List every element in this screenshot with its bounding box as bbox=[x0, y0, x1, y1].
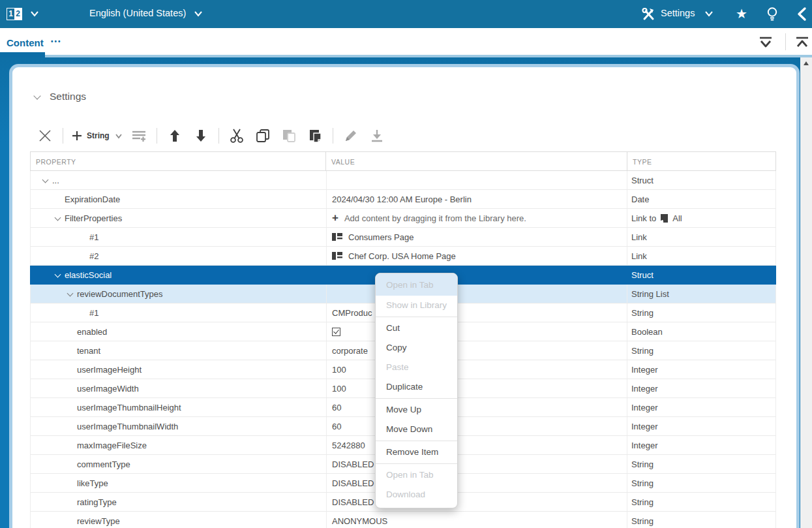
value-cell bbox=[326, 322, 627, 341]
type-cell: Struct bbox=[627, 171, 775, 189]
type-text: String bbox=[631, 497, 654, 507]
property-name: FilterProperties bbox=[65, 213, 122, 223]
value-text: CMProduc bbox=[332, 308, 372, 318]
table-row[interactable]: #1Consumers PageLink bbox=[30, 228, 776, 247]
expand-all-icon[interactable] bbox=[757, 35, 775, 50]
type-text: Date bbox=[631, 194, 649, 204]
menu-item-move-up[interactable]: Move Up bbox=[376, 400, 457, 420]
language-chevron-down-icon[interactable] bbox=[194, 9, 203, 18]
property-name: ExpirationDate bbox=[65, 194, 120, 204]
copy-icon[interactable] bbox=[253, 126, 273, 146]
type-text: Integer bbox=[631, 365, 657, 375]
type-text: Boolean bbox=[631, 327, 663, 337]
type-text: Struct bbox=[631, 270, 654, 280]
scroll-up-arrow-icon[interactable] bbox=[804, 61, 809, 65]
menu-item-copy[interactable]: Copy bbox=[376, 338, 457, 358]
type-cell: String bbox=[627, 493, 775, 511]
edit-icon bbox=[341, 126, 361, 146]
tree-expander-chevron-icon[interactable] bbox=[53, 209, 65, 228]
vertical-scrollbar[interactable] bbox=[800, 57, 812, 528]
table-row[interactable]: FilterProperties+Add content by dragging… bbox=[30, 209, 776, 228]
cut-icon[interactable] bbox=[227, 126, 247, 146]
logo-chevron-down-icon[interactable] bbox=[30, 9, 39, 18]
tree-indent-spacer bbox=[66, 322, 77, 341]
active-tab-underline bbox=[0, 52, 45, 57]
add-property-button[interactable]: String bbox=[71, 126, 123, 146]
settings-chevron-down-icon[interactable] bbox=[704, 9, 714, 18]
type-cell: Link bbox=[627, 228, 775, 246]
tree-indent-spacer bbox=[78, 247, 89, 266]
type-text: Struct bbox=[631, 176, 654, 185]
drop-zone-placeholder: Add content by dragging it from the Libr… bbox=[344, 213, 526, 223]
plus-icon: + bbox=[332, 213, 338, 223]
value-cell: 2024/04/30 12:00 AM Europe - Berlin bbox=[326, 190, 627, 208]
move-up-icon[interactable] bbox=[165, 126, 185, 146]
table-row[interactable]: ...Struct bbox=[30, 171, 776, 190]
language-selector[interactable]: English (United States) bbox=[89, 8, 186, 18]
collapse-left-chevron-icon[interactable] bbox=[794, 6, 810, 22]
type-suffix-text: All bbox=[672, 213, 682, 223]
remove-icon[interactable] bbox=[35, 126, 55, 146]
paste-all-icon[interactable] bbox=[305, 126, 325, 146]
property-name: userImageThumbnailWidth bbox=[77, 422, 178, 431]
value-cell: +Add content by dragging it from the Lib… bbox=[326, 209, 627, 227]
menu-separator bbox=[376, 398, 457, 399]
table-row[interactable]: reviewTypeANONYMOUSString bbox=[30, 512, 776, 528]
section-header[interactable]: Settings bbox=[34, 91, 86, 102]
app-logo[interactable]: 1 2 bbox=[7, 8, 22, 20]
tree-expander-chevron-icon[interactable] bbox=[53, 266, 65, 285]
table-row[interactable]: #2Chef Corp. USA Home PageLink bbox=[30, 247, 776, 266]
move-down-icon[interactable] bbox=[191, 126, 211, 146]
toolbar-divider bbox=[333, 128, 333, 144]
property-name: enabled bbox=[77, 327, 107, 337]
property-name: elasticSocial bbox=[65, 270, 112, 280]
tab-overflow-menu[interactable]: ••• bbox=[51, 38, 62, 45]
menu-item-duplicate[interactable]: Duplicate bbox=[376, 377, 457, 397]
type-cell: String bbox=[627, 341, 775, 360]
value-text: 60 bbox=[332, 422, 341, 431]
type-text: String bbox=[631, 346, 654, 356]
tree-expander-chevron-icon[interactable] bbox=[66, 285, 77, 303]
value-cell: DISABLED bbox=[326, 455, 627, 473]
tools-icon[interactable] bbox=[640, 6, 657, 22]
column-header-type[interactable]: TYPE bbox=[627, 152, 775, 170]
help-lightbulb-icon[interactable] bbox=[764, 6, 780, 22]
type-cell: String bbox=[627, 474, 775, 492]
favorites-star-icon[interactable]: ★ bbox=[736, 5, 747, 22]
tree-expander-chevron-icon[interactable] bbox=[41, 171, 52, 190]
tree-indent-spacer bbox=[53, 190, 65, 209]
type-cell: Date bbox=[627, 190, 775, 208]
type-text: Integer bbox=[631, 384, 657, 394]
content-type-doc-icon bbox=[661, 214, 668, 223]
linked-content-name[interactable]: Chef Corp. USA Home Page bbox=[348, 251, 456, 261]
context-menu: Open in TabShow in LibraryCutCopyPasteDu… bbox=[375, 273, 458, 508]
table-row[interactable]: ExpirationDate2024/04/30 12:00 AM Europe… bbox=[30, 190, 776, 209]
type-text: Link bbox=[631, 251, 647, 261]
type-text: Integer bbox=[631, 441, 657, 450]
section-collapse-chevron-icon[interactable] bbox=[34, 93, 40, 100]
menu-item-move-down[interactable]: Move Down bbox=[376, 420, 457, 439]
menu-item-cut[interactable]: Cut bbox=[376, 318, 457, 338]
tab-row-divider bbox=[785, 33, 786, 50]
property-name: tenant bbox=[77, 346, 100, 356]
property-cell: #1 bbox=[31, 303, 326, 322]
menu-item-remove-item[interactable]: Remove Item bbox=[376, 443, 457, 462]
column-header-property[interactable]: PROPERTY bbox=[31, 152, 326, 170]
value-text: ANONYMOUS bbox=[332, 516, 387, 526]
linked-content-name[interactable]: Consumers Page bbox=[348, 232, 414, 242]
property-name: #1 bbox=[89, 308, 98, 318]
tab-content[interactable]: Content bbox=[7, 37, 44, 48]
column-header-value[interactable]: VALUE bbox=[326, 152, 627, 170]
type-cell: Integer bbox=[627, 436, 775, 454]
value-checkbox[interactable] bbox=[332, 328, 340, 336]
settings-menu[interactable]: Settings bbox=[661, 8, 695, 18]
type-cell: Struct bbox=[627, 266, 775, 284]
type-text: String bbox=[631, 478, 654, 488]
tree-indent-spacer bbox=[66, 493, 77, 512]
property-name: commentType bbox=[77, 459, 130, 469]
collapse-all-icon[interactable] bbox=[793, 35, 811, 50]
property-cell: userImageHeight bbox=[31, 360, 326, 379]
download-icon bbox=[367, 126, 387, 146]
value-cell: DISABLED bbox=[326, 493, 627, 511]
menu-item-download: Download bbox=[376, 485, 457, 505]
